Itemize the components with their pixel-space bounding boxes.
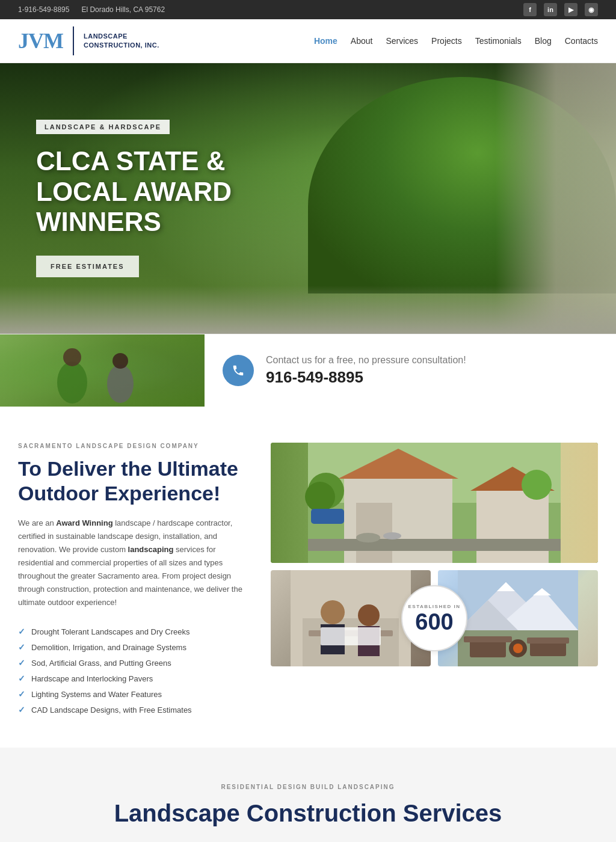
svg-point-12 <box>305 482 335 512</box>
svg-point-3 <box>112 353 128 369</box>
landscape-svg <box>271 443 598 563</box>
bottom-eyebrow: RESIDENTIAL DESIGN BUILD LANDSCAPING <box>18 784 598 790</box>
top-bar: 1-916-549-8895 El Dorado Hills, CA 95762… <box>0 0 616 19</box>
hero-section: LANDSCAPE & HARDSCAPE CLCA STATE & LOCAL… <box>0 63 616 334</box>
checklist-item: Drought Tolerant Landscapes and Dry Cree… <box>18 624 247 639</box>
checklist-item: Lighting Systems and Water Features <box>18 686 247 702</box>
nav-about[interactable]: About <box>351 36 373 46</box>
nav-projects[interactable]: Projects <box>431 36 462 46</box>
contact-photo <box>0 334 205 407</box>
svg-point-0 <box>57 361 87 404</box>
header: JVM LANDSCAPE CONSTRUCTION, INC. Home Ab… <box>0 19 616 63</box>
svg-rect-36 <box>527 638 569 644</box>
contact-strip: Contact us for a free, no pressure consu… <box>0 334 616 407</box>
logo-jvm: JVM <box>18 30 63 52</box>
bottom-section: RESIDENTIAL DESIGN BUILD LANDSCAPING Lan… <box>0 748 616 842</box>
logo-divider <box>73 26 74 55</box>
svg-rect-25 <box>321 627 381 645</box>
facebook-icon[interactable]: f <box>523 3 537 16</box>
established-badge: ESTABLISHED IN 600 <box>401 585 467 651</box>
svg-rect-14 <box>308 539 561 551</box>
contact-info: Contact us for a free, no pressure consu… <box>205 334 616 407</box>
established-number: 600 <box>415 610 453 633</box>
checklist-item: Sod, Artificial Grass, and Putting Green… <box>18 655 247 671</box>
linkedin-icon[interactable]: in <box>544 3 557 16</box>
established-label: ESTABLISHED IN <box>408 604 460 609</box>
svg-rect-7 <box>356 503 392 563</box>
people-silhouette <box>0 334 205 407</box>
hero-title: CLCA STATE & LOCAL AWARD WINNERS <box>36 146 307 238</box>
nav-home[interactable]: Home <box>314 36 337 46</box>
contact-text: Contact us for a free, no pressure consu… <box>266 355 466 387</box>
checklist-item: CAD Landscape Designs, with Free Estimat… <box>18 702 247 718</box>
about-section: SACRAMENTO LANDSCAPE DESIGN COMPANY To D… <box>0 407 616 748</box>
svg-point-16 <box>383 532 401 539</box>
hero-badge: LANDSCAPE & HARDSCAPE <box>36 120 170 134</box>
about-left: SACRAMENTO LANDSCAPE DESIGN COMPANY To D… <box>18 443 247 718</box>
contact-phone[interactable]: 916-549-8895 <box>266 368 466 387</box>
image-row: ESTABLISHED IN 600 <box>271 570 598 666</box>
phone-icon-circle[interactable] <box>223 355 254 386</box>
about-right: ESTABLISHED IN 600 <box>271 443 598 666</box>
svg-point-13 <box>522 470 552 500</box>
svg-point-2 <box>107 364 134 403</box>
svg-point-15 <box>356 533 380 542</box>
about-title: To Deliver the Ultimate Outdoor Experien… <box>18 456 247 506</box>
nav-services[interactable]: Services <box>386 36 418 46</box>
nav-blog[interactable]: Blog <box>535 36 552 46</box>
svg-rect-9 <box>476 491 549 563</box>
logo-text: LANDSCAPE CONSTRUCTION, INC. <box>84 32 159 51</box>
landscape-image-large <box>271 443 598 563</box>
main-nav: Home About Services Projects Testimonial… <box>314 36 598 46</box>
logo[interactable]: JVM LANDSCAPE CONSTRUCTION, INC. <box>18 26 159 55</box>
svg-rect-17 <box>311 509 344 524</box>
phone-icon <box>232 364 245 377</box>
nav-testimonials[interactable]: Testimonials <box>475 36 522 46</box>
svg-rect-34 <box>464 636 512 642</box>
location: El Dorado Hills, CA 95762 <box>81 5 165 14</box>
svg-point-21 <box>321 600 345 624</box>
about-description: We are an Award Winning landscape / hard… <box>18 517 247 610</box>
svg-point-23 <box>358 604 380 626</box>
social-links: f in ▶ ◉ <box>523 3 598 16</box>
free-estimates-button[interactable]: FREE ESTIMATES <box>36 256 139 277</box>
checklist-item: Demolition, Irrigation, and Drainage Sys… <box>18 639 247 655</box>
checklist-item: Hardscape and Interlocking Pavers <box>18 671 247 686</box>
about-eyebrow: SACRAMENTO LANDSCAPE DESIGN COMPANY <box>18 443 247 449</box>
contact-tagline: Contact us for a free, no pressure consu… <box>266 355 466 366</box>
svg-point-1 <box>63 348 81 366</box>
hero-content: LANDSCAPE & HARDSCAPE CLCA STATE & LOCAL… <box>0 63 616 334</box>
youtube-icon[interactable]: ▶ <box>564 3 578 16</box>
checklist: Drought Tolerant Landscapes and Dry Cree… <box>18 624 247 718</box>
phone-number[interactable]: 1-916-549-8895 <box>18 5 69 14</box>
bottom-title: Landscape Construction Services <box>18 799 598 828</box>
svg-point-38 <box>513 644 523 653</box>
instagram-icon[interactable]: ◉ <box>585 3 598 16</box>
nav-contacts[interactable]: Contacts <box>565 36 598 46</box>
